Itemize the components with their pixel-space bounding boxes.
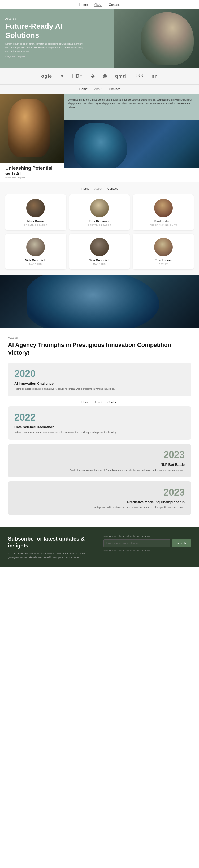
logo-qmd: qmd: [115, 73, 126, 79]
team-card-2: Paul Hudson Programming Guru: [133, 194, 194, 230]
award-nav-home[interactable]: Home: [81, 401, 89, 404]
robot-caption-title: Unleashing Potential with AI: [5, 165, 58, 177]
award-year-3: 2023: [14, 487, 185, 498]
nav-contact[interactable]: Contact: [109, 3, 120, 7]
avatar-paul-hudson: [154, 199, 173, 217]
team-card-4: Nina Greenfield Manager: [69, 234, 130, 270]
subscribe-title: Subscribe for latest updates & insights: [8, 535, 95, 549]
nav2-about[interactable]: About: [94, 87, 103, 91]
award-desc-2: Contestants create chatbots or NLP appli…: [14, 468, 185, 472]
award-year-2: 2023: [14, 449, 185, 461]
avatar-mary-brown: [26, 199, 45, 217]
award-card-3: 2023 Predictive Modeling Championship Pa…: [8, 482, 191, 515]
robot-left-image: Unleashing Potential with AI Image from …: [0, 94, 64, 182]
robot-caption-credit: Image from Unsplash: [5, 177, 58, 179]
award-nav-about[interactable]: About: [94, 401, 102, 404]
award-desc-0: Teams compete to develop innovative AI s…: [14, 387, 185, 391]
team-card-1: Piter Richmond Creative Leader: [69, 194, 130, 230]
team-nav-contact[interactable]: Contact: [108, 187, 118, 190]
logo-hd: HD≡: [72, 73, 83, 79]
avatar-piter-richmond: [90, 199, 109, 217]
award-desc-1: A timed competition where data scientist…: [14, 431, 185, 434]
logo-dots: ⁖⁖⁖: [134, 73, 144, 79]
robot-text-box: Lorem ipsum dolor sit amet. Lorem ipsum …: [64, 94, 199, 120]
award-name-2: NLP Bot Battle: [14, 463, 185, 467]
hero-label: About us: [5, 17, 85, 20]
award-name-3: Predictive Modeling Championship: [14, 500, 185, 504]
team-nav: Home About Contact: [5, 187, 194, 190]
avatar-tom-larson: [154, 238, 173, 256]
award-year-1: 2022: [14, 412, 185, 423]
hero-desc: Lorem ipsum dolor sit amet, contetating …: [5, 42, 85, 53]
team-nav-about[interactable]: About: [94, 187, 102, 190]
team-role-5: Artist: [137, 263, 190, 265]
subscribe-button[interactable]: Subscribe: [172, 539, 191, 547]
hero-content: About us Future-Ready AI Solutions Lorem…: [5, 17, 85, 58]
avatar-nina-greenfield: [90, 238, 109, 256]
team-role-3: Manager: [9, 263, 62, 265]
team-role-2: Programming Guru: [137, 224, 190, 226]
award-year-0: 2020: [14, 368, 185, 379]
awards-label: Awards: [8, 336, 191, 339]
robot-blue-image: [64, 120, 199, 168]
subscribe-form: Subscribe: [104, 539, 191, 547]
award-name-1: Data Science Hackathon: [14, 425, 185, 429]
robots-section: Unleashing Potential with AI Image from …: [0, 94, 199, 182]
award-desc-3: Participants build predictive models to …: [14, 506, 185, 509]
team-name-0: Mary Brown: [9, 219, 62, 223]
logo-nn: nn: [152, 73, 158, 79]
hero-section: About us Future-Ready AI Solutions Lorem…: [0, 9, 199, 68]
logo-star: ✦: [60, 73, 64, 79]
award-card-2: 2023 NLP Bot Battle Contestants create c…: [8, 444, 191, 477]
award-nav-contact[interactable]: Contact: [108, 401, 118, 404]
subscribe-section: Subscribe for latest updates & insights …: [0, 527, 199, 567]
team-name-2: Paul Hudson: [137, 219, 190, 223]
hero-title: Future-Ready AI Solutions: [5, 22, 85, 40]
robot-warrior-image: [0, 94, 64, 163]
nav-about[interactable]: About: [94, 3, 103, 7]
award-name-0: AI Innovation Challenge: [14, 381, 185, 385]
team-card-5: Tom Larson Artist: [133, 234, 194, 270]
team-name-3: Nick Greenfield: [9, 258, 62, 262]
nav2-home[interactable]: Home: [79, 87, 88, 91]
team-nav-home[interactable]: Home: [81, 187, 89, 190]
subscribe-desc: At verto eos et accusam et justo duo dol…: [8, 552, 95, 559]
team-section: Home About Contact Mary Brown Creative L…: [0, 182, 199, 275]
team-name-1: Piter Richmond: [74, 219, 126, 223]
award-nav-row: Home About Contact: [8, 401, 191, 404]
subscribe-right: Sample text. Click to select the Text El…: [104, 535, 191, 552]
team-card-0: Mary Brown Creative Leader: [5, 194, 66, 230]
subscribe-sample-text2: Sample text. Click to select the Text El…: [104, 549, 191, 552]
nav2-contact[interactable]: Contact: [109, 87, 120, 91]
team-grid: Mary Brown Creative Leader Piter Richmon…: [5, 194, 194, 270]
team-name-4: Nina Greenfield: [74, 258, 126, 262]
email-input[interactable]: [104, 539, 170, 547]
team-role-4: Manager: [74, 263, 126, 265]
full-robot-banner: [0, 275, 199, 328]
hero-img-credit: Image from Unsplash: [5, 55, 85, 58]
subscribe-left: Subscribe for latest updates & insights …: [8, 535, 95, 559]
robot-right-col: Lorem ipsum dolor sit amet. Lorem ipsum …: [64, 94, 199, 182]
team-card-3: Nick Greenfield Manager: [5, 234, 66, 270]
subscribe-sample-text: Sample text. Click to select the Text El…: [104, 535, 191, 538]
awards-section: Awards AI Agency Triumphs in Prestigious…: [0, 328, 199, 527]
team-role-1: Creative Leader: [74, 224, 126, 226]
logo-circle: ◉: [103, 73, 107, 79]
logo-shape: ⬙: [91, 73, 95, 79]
award-card-1: 2022 Data Science Hackathon A timed comp…: [8, 406, 191, 440]
awards-title: AI Agency Triumphs in Prestigious Innova…: [8, 341, 191, 356]
logo-ogie: ogie: [41, 73, 52, 79]
hero-robot-image: [114, 9, 199, 68]
team-role-0: Creative Leader: [9, 224, 62, 226]
award-card-0: 2020 AI Innovation Challenge Teams compe…: [8, 363, 191, 396]
main-nav: Home About Contact: [0, 0, 199, 9]
avatar-nick-greenfield: [26, 238, 45, 256]
logos-bar: ogie ✦ HD≡ ⬙ ◉ qmd ⁖⁖⁖ nn: [0, 68, 199, 84]
team-name-5: Tom Larson: [137, 258, 190, 262]
secondary-nav: Home About Contact: [0, 84, 199, 94]
nav-home[interactable]: Home: [79, 3, 88, 7]
robot-caption: Unleashing Potential with AI Image from …: [0, 163, 64, 182]
